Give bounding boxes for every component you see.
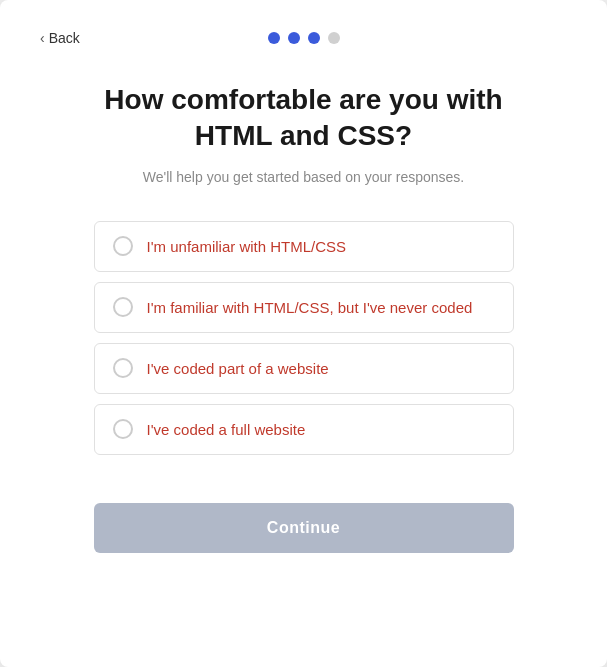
question-subtitle: We'll help you get started based on your… bbox=[143, 169, 465, 185]
option-label-2: I'm familiar with HTML/CSS, but I've nev… bbox=[147, 297, 473, 318]
survey-card: ‹ Back How comfortable are you with HTML… bbox=[0, 0, 607, 667]
radio-circle-3 bbox=[113, 358, 133, 378]
question-title: How comfortable are you with HTML and CS… bbox=[84, 82, 524, 155]
back-label: Back bbox=[49, 30, 80, 46]
option-item-3[interactable]: I've coded part of a website bbox=[94, 343, 514, 394]
option-item-2[interactable]: I'm familiar with HTML/CSS, but I've nev… bbox=[94, 282, 514, 333]
radio-circle-2 bbox=[113, 297, 133, 317]
progress-dot-2 bbox=[288, 32, 300, 44]
chevron-left-icon: ‹ bbox=[40, 30, 45, 46]
progress-dot-3 bbox=[308, 32, 320, 44]
progress-dots bbox=[268, 32, 340, 44]
main-content: How comfortable are you with HTML and CS… bbox=[40, 82, 567, 627]
option-label-1: I'm unfamiliar with HTML/CSS bbox=[147, 236, 347, 257]
option-item-4[interactable]: I've coded a full website bbox=[94, 404, 514, 455]
option-label-4: I've coded a full website bbox=[147, 419, 306, 440]
radio-circle-1 bbox=[113, 236, 133, 256]
top-navigation: ‹ Back bbox=[40, 30, 567, 46]
continue-button[interactable]: Continue bbox=[94, 503, 514, 553]
options-list: I'm unfamiliar with HTML/CSSI'm familiar… bbox=[94, 221, 514, 455]
option-item-1[interactable]: I'm unfamiliar with HTML/CSS bbox=[94, 221, 514, 272]
progress-dot-4 bbox=[328, 32, 340, 44]
back-button[interactable]: ‹ Back bbox=[40, 30, 80, 46]
radio-circle-4 bbox=[113, 419, 133, 439]
progress-dot-1 bbox=[268, 32, 280, 44]
option-label-3: I've coded part of a website bbox=[147, 358, 329, 379]
